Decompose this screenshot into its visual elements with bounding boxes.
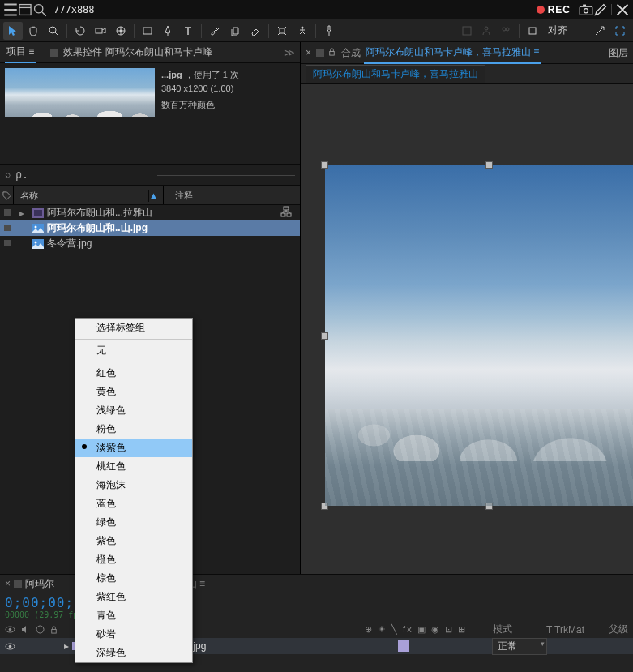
rect-tool[interactable] [138, 22, 157, 40]
visibility-swatch[interactable] [3, 238, 16, 250]
col-name[interactable]: 名称 [14, 190, 149, 202]
svg-point-52 [9, 644, 12, 648]
lock-icon[interactable] [327, 47, 336, 58]
project-item[interactable]: 冬令营.jpg [0, 236, 300, 251]
speaker-icon[interactable] [20, 624, 31, 635]
visibility-swatch[interactable] [3, 223, 16, 234]
svg-rect-24 [287, 213, 291, 216]
menu-color-item[interactable]: 青色 [75, 606, 192, 625]
svg-rect-34 [330, 52, 335, 56]
handle-mid-top[interactable] [486, 162, 492, 168]
menu-color-item[interactable]: 绿色 [75, 513, 192, 532]
menu-select-label-group[interactable]: 选择标签组 [75, 319, 192, 337]
menu-color-item[interactable]: 红色 [75, 364, 192, 383]
timeline-timecode[interactable]: 0;00;00;0 [5, 595, 83, 610]
project-item[interactable]: 阿玛尔布朗山和..山.jpg [0, 220, 300, 236]
eraser-tool[interactable] [246, 22, 265, 40]
menu-color-item[interactable]: 蓝色 [75, 494, 192, 513]
svg-rect-21 [34, 210, 42, 216]
menu-color-item[interactable]: 紫红色 [75, 588, 192, 606]
layer-bounding-box[interactable] [325, 165, 633, 506]
menu-color-item[interactable]: 浅绿色 [75, 401, 192, 420]
align-label[interactable]: 对齐 [543, 24, 572, 37]
thumb-colors: 数百万种颜色 [161, 98, 239, 112]
tab-composition[interactable]: 阿玛尔布朗山和马卡卢峰，喜马拉雅山 ≡ [364, 42, 541, 64]
row-eye-icon[interactable] [5, 641, 15, 652]
clone-tool[interactable] [225, 22, 245, 40]
flow-tab[interactable]: 阿玛尔布朗山和马卡卢峰，喜马拉雅山 [306, 65, 485, 83]
project-search-input[interactable] [12, 168, 157, 182]
layers-panel-label[interactable]: 图层 [609, 46, 628, 60]
svg-rect-50 [52, 630, 57, 634]
tab-project[interactable]: 项目 ≡ [5, 41, 36, 63]
selection-tool[interactable] [3, 22, 23, 40]
menu-color-item[interactable]: 橙色 [75, 550, 192, 569]
tl-swatch [14, 580, 22, 588]
handle-mid-bottom[interactable] [486, 503, 492, 509]
handle-mid-left[interactable] [322, 333, 327, 339]
svg-point-30 [35, 241, 37, 243]
menu-none[interactable]: 无 [75, 341, 192, 360]
window-icon[interactable] [18, 2, 32, 17]
timeline-tab-label[interactable]: 阿玛尔 [25, 577, 54, 591]
visibility-swatch[interactable] [3, 208, 16, 219]
tab-close-icon[interactable]: × [306, 47, 311, 58]
search-icon[interactable] [32, 2, 47, 17]
col-notes[interactable]: 注释 [169, 190, 199, 202]
lock-small-icon[interactable] [49, 625, 58, 634]
pan-behind-tool[interactable] [111, 22, 130, 40]
expand-caret[interactable]: ▸ [19, 208, 29, 219]
comp-icon [32, 208, 44, 218]
solo-icon[interactable] [36, 625, 45, 634]
group-icon [496, 22, 515, 40]
svg-point-13 [302, 26, 304, 28]
menu-color-item[interactable]: 海泡沫 [75, 476, 192, 494]
roto-tool[interactable] [272, 22, 292, 40]
tl-close-icon[interactable]: × [5, 578, 11, 589]
eye-icon[interactable] [5, 624, 15, 635]
hand-tool[interactable] [24, 22, 43, 40]
menu-color-item[interactable]: 棕色 [75, 569, 192, 588]
handle-top-left[interactable] [322, 162, 327, 168]
tab-effect-controls[interactable]: 效果控件 阿玛尔布朗山和马卡卢峰 [62, 42, 213, 62]
svg-rect-19 [4, 209, 11, 216]
svg-rect-14 [463, 27, 471, 35]
rec-label[interactable]: REC [548, 4, 571, 15]
menu-color-item[interactable]: 桃红色 [75, 457, 192, 476]
menu-color-item[interactable]: 黄色 [75, 383, 192, 401]
pencil-icon[interactable] [593, 2, 608, 17]
svg-rect-20 [32, 208, 44, 218]
menu-icon[interactable] [3, 2, 18, 17]
fit-icon[interactable] [610, 22, 630, 40]
snapshot-icon[interactable] [579, 2, 593, 17]
menu-color-item[interactable]: 淡紫色 [75, 439, 192, 457]
composition-viewer[interactable] [301, 84, 633, 650]
window-dimensions: 777x888 [47, 4, 95, 15]
close-icon[interactable] [615, 2, 630, 17]
blend-mode-dropdown[interactable]: 正常 [492, 638, 547, 655]
orbit-tool[interactable] [71, 22, 90, 40]
menu-color-item[interactable]: 粉色 [75, 420, 192, 439]
zoom-tool[interactable] [44, 22, 63, 40]
menu-color-item[interactable]: 紫色 [75, 532, 192, 550]
handle-bottom-left[interactable] [322, 503, 327, 509]
menu-color-item[interactable]: 砂岩 [75, 625, 192, 644]
expand-icon[interactable] [590, 22, 609, 40]
camera-tool[interactable] [91, 22, 110, 40]
tab-swatch [50, 49, 58, 57]
project-thumbnail[interactable] [5, 68, 155, 117]
menu-color-item[interactable]: 深绿色 [75, 644, 192, 662]
pin-tool[interactable] [319, 22, 339, 40]
text-tool[interactable] [178, 22, 198, 40]
pen-tool[interactable] [158, 22, 177, 40]
col-trkmat-label: T TrkMat [546, 624, 584, 636]
snap-rect-icon[interactable] [523, 22, 542, 40]
mode-swatch [398, 640, 409, 652]
tag-col-icon[interactable] [0, 191, 13, 200]
flowchart-icon[interactable] [280, 206, 292, 220]
project-item[interactable]: ▸阿玛尔布朗山和...拉雅山 [0, 205, 300, 220]
tab-project-label: 项目 [6, 45, 26, 57]
switches-group[interactable]: ⊕ ☀ ╲ fx ▣ ◉ ⊡ ⊞ [365, 624, 467, 635]
puppet-tool[interactable] [293, 22, 312, 40]
brush-tool[interactable] [205, 22, 225, 40]
